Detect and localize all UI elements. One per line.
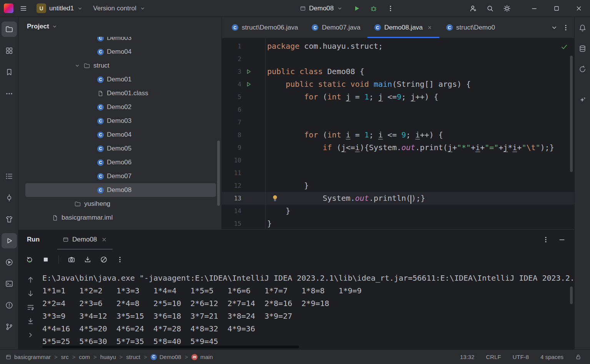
tree-item-demo02[interactable]: CDemo02 [25, 100, 216, 114]
code-line-1[interactable]: 1package com.huayu.struct; [222, 40, 574, 53]
tool-ai-assistant-button[interactable] [575, 93, 589, 107]
status-readonly-toggle[interactable] [575, 354, 582, 360]
tree-item-demo01-class[interactable]: Demo01.class [25, 86, 216, 100]
editor-tab-struct-demo06-java[interactable]: Cstruct\Demo06.java [225, 17, 305, 38]
tool-notifications-button[interactable] [575, 21, 589, 35]
breadcrumb-src[interactable]: src [61, 354, 69, 360]
hide-run-panel-button[interactable] [557, 234, 567, 245]
console-scrollbar[interactable] [570, 286, 573, 304]
search-everywhere-button[interactable] [482, 1, 499, 16]
more-run-actions-button[interactable] [384, 2, 397, 15]
run-button[interactable] [351, 2, 363, 15]
thread-dump-button[interactable] [65, 253, 78, 266]
tree-item-demo03[interactable]: CDemo03 [25, 37, 216, 45]
code-line-11[interactable]: 11 [222, 167, 574, 179]
tree-item-demo05[interactable]: CDemo05 [25, 142, 216, 156]
code-line-5[interactable]: 5 for (int j = 1; j <=9; j++) { [222, 91, 574, 103]
tool-pull-requests-button[interactable] [2, 212, 17, 227]
breadcrumb-struct[interactable]: struct [126, 354, 140, 360]
tool-version-control-button[interactable] [2, 319, 17, 334]
tool-database-button[interactable] [575, 41, 589, 55]
run-options-button[interactable] [540, 234, 551, 245]
close-tab-icon[interactable] [427, 25, 432, 30]
tree-item-yusiheng[interactable]: yusiheng [25, 197, 216, 211]
settings-button[interactable] [499, 1, 515, 16]
export-button[interactable] [81, 253, 94, 266]
inspections-ok-icon[interactable] [560, 43, 568, 51]
intention-bulb-icon[interactable] [271, 194, 279, 202]
tab-options-button[interactable] [560, 22, 571, 33]
tool-services-button[interactable] [2, 255, 17, 270]
code-line-3[interactable]: 3public class Demo08 { [222, 65, 574, 78]
run-line-icon[interactable] [245, 81, 252, 88]
scroll-to-end-button[interactable] [27, 317, 35, 325]
code-line-8[interactable]: 8 for (int i = 1; i <= 9; i++) { [222, 129, 574, 141]
code-line-9[interactable]: 9 if (j<=i){System.out.print(j+"*"+i+"="… [222, 141, 574, 154]
status-line-separator[interactable]: CRLF [486, 354, 501, 360]
tool-gradle-sync-button[interactable] [575, 62, 589, 76]
code-with-me-button[interactable] [465, 1, 482, 16]
clear-output-button[interactable] [97, 253, 110, 266]
vcs-selector[interactable]: Version control [90, 3, 148, 14]
run-line-icon[interactable] [245, 68, 252, 75]
tool-problems-button[interactable] [2, 298, 17, 313]
project-selector[interactable]: U untitled1 [33, 2, 86, 15]
tool-project-button[interactable] [2, 22, 17, 37]
code-line-13[interactable]: 13 System.out.println();} [222, 192, 574, 205]
tool-todo-button[interactable] [2, 169, 17, 184]
tool-bookmarks-button[interactable] [2, 65, 17, 80]
breadcrumb-huayu[interactable]: huayu [100, 354, 116, 360]
status-encoding[interactable]: UTF-8 [512, 354, 529, 360]
console-output[interactable]: E:\Java\bin\java.exe "-javaagent:E:\IDEA… [42, 270, 574, 349]
tree-item-demo01[interactable]: CDemo01 [25, 73, 216, 86]
project-header[interactable]: Project [18, 17, 221, 36]
status-indent[interactable]: 4 spaces [540, 354, 563, 360]
hidden-tabs-button[interactable] [549, 22, 560, 33]
stop-button[interactable] [39, 253, 52, 266]
close-run-tab-icon[interactable] [101, 237, 107, 243]
more-options-button[interactable] [113, 253, 126, 266]
tool-structure-button[interactable] [2, 43, 17, 58]
main-menu-button[interactable] [17, 2, 30, 15]
tool-run-button[interactable] [2, 233, 17, 248]
tree-item-basicgrammar-iml[interactable]: basicgrammar.iml [25, 211, 216, 225]
code-editor[interactable]: 1package com.huayu.struct;23public class… [222, 38, 574, 229]
run-config-selector[interactable]: Demo08 [297, 3, 346, 14]
code-line-2[interactable]: 2 [222, 53, 574, 65]
editor-tab-demo07-java[interactable]: CDemo07.java [305, 17, 367, 38]
tool-commit-button[interactable] [2, 190, 17, 205]
breadcrumb-basicgrammar[interactable]: basicgrammar [5, 354, 51, 360]
chevron-down-icon[interactable] [74, 63, 80, 69]
prev-occurrence-button[interactable] [27, 276, 35, 284]
status-caret-position[interactable]: 13:32 [460, 354, 475, 360]
breadcrumb-main[interactable]: mmain [191, 354, 213, 360]
tree-item-demo03[interactable]: CDemo03 [25, 114, 216, 128]
tree-item-demo06[interactable]: CDemo06 [25, 156, 216, 169]
editor-scrollbar[interactable] [570, 56, 573, 172]
editor-tab-demo08-java[interactable]: CDemo08.java [367, 17, 439, 38]
tool-more-tools-button[interactable] [2, 86, 17, 101]
code-line-7[interactable]: 7 [222, 116, 574, 129]
breadcrumb-com[interactable]: com [79, 354, 90, 360]
run-tab-demo08[interactable]: Demo08 [57, 230, 113, 250]
breadcrumb-demo08[interactable]: CDemo08 [151, 354, 181, 360]
soft-wrap-button[interactable] [27, 303, 35, 311]
close-button[interactable] [568, 0, 590, 17]
code-line-4[interactable]: 4 public static void main(String[] args)… [222, 78, 574, 91]
code-line-14[interactable]: 14 } [222, 205, 574, 217]
tree-item-demo07[interactable]: CDemo07 [25, 169, 216, 183]
minimize-button[interactable] [523, 0, 545, 17]
tree-item-demo04[interactable]: CDemo04 [25, 45, 216, 59]
next-occurrence-button[interactable] [27, 290, 35, 298]
code-line-12[interactable]: 12 } [222, 179, 574, 192]
debug-button[interactable] [367, 2, 380, 15]
maximize-button[interactable] [545, 0, 568, 17]
rerun-button[interactable] [23, 253, 36, 266]
expand-button[interactable] [27, 331, 35, 339]
tree-item-demo08[interactable]: CDemo08 [25, 183, 216, 197]
project-scrollbar[interactable] [217, 141, 220, 206]
editor-tab-struct-demo0[interactable]: Cstruct\Demo0 [439, 17, 497, 38]
tool-terminal-button[interactable] [2, 276, 17, 291]
code-line-6[interactable]: 6 [222, 103, 574, 116]
tree-item-struct[interactable]: struct [25, 59, 216, 73]
